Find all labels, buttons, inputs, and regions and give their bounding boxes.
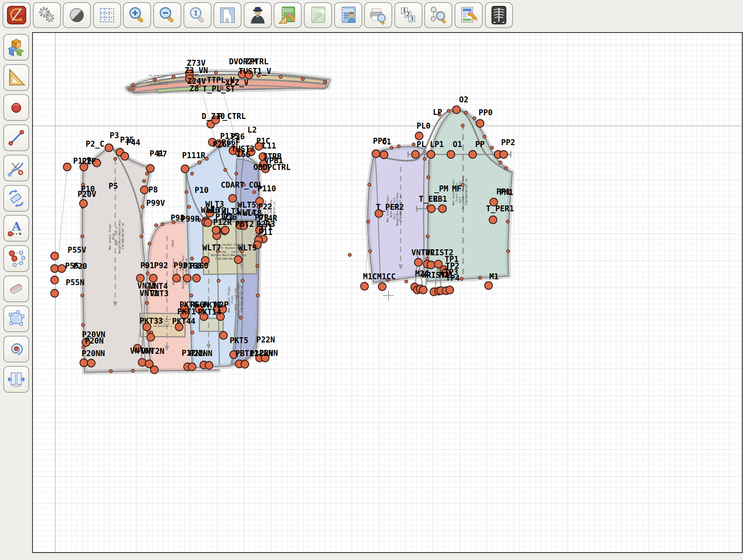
pattern-point[interactable] <box>147 334 155 341</box>
pattern-point[interactable] <box>446 286 454 294</box>
pattern-point[interactable] <box>439 205 446 213</box>
point-label[interactable]: _PM <box>434 184 448 193</box>
point-label[interactable]: LP1 <box>430 140 444 149</box>
pattern-point[interactable] <box>220 332 227 339</box>
point-label[interactable]: PKT14 <box>198 308 221 317</box>
settings-button[interactable] <box>33 2 61 28</box>
pattern-point-small[interactable] <box>198 161 201 164</box>
zoom-out-button[interactable] <box>153 2 181 28</box>
point-label[interactable]: PM1 <box>499 188 513 197</box>
point-label[interactable]: O2 <box>459 95 468 104</box>
point-label[interactable]: M1C <box>363 272 377 281</box>
pattern-point-small[interactable] <box>256 294 259 297</box>
pattern-point[interactable] <box>188 363 196 371</box>
pattern-point-small[interactable] <box>447 109 450 112</box>
point-label[interactable]: PP <box>475 140 485 149</box>
point-label[interactable]: Z3_VN <box>185 66 208 75</box>
pattern-point[interactable] <box>234 256 242 264</box>
point-label[interactable]: CDART_COL <box>221 181 263 189</box>
pattern-point-small[interactable] <box>397 145 400 148</box>
pattern-point[interactable] <box>453 106 460 114</box>
point-label[interactable]: L2 <box>247 126 257 134</box>
tailor-button[interactable] <box>244 2 272 28</box>
pattern-point[interactable] <box>485 282 493 290</box>
pattern-point[interactable] <box>58 265 66 273</box>
point-label[interactable]: PBT2 <box>235 220 254 229</box>
pattern-point[interactable] <box>137 274 144 282</box>
pattern-point[interactable] <box>361 283 369 290</box>
pattern-point[interactable] <box>427 261 435 269</box>
point-label[interactable]: P99V <box>146 199 165 208</box>
pattern-point-small[interactable] <box>131 83 134 86</box>
pattern-point[interactable] <box>372 150 380 158</box>
point-label[interactable]: P7 <box>158 150 167 158</box>
tool-line-button[interactable] <box>3 124 29 151</box>
point-label[interactable]: P20N <box>85 337 104 345</box>
pattern-point[interactable] <box>138 359 146 366</box>
pattern-point-small[interactable] <box>217 279 220 282</box>
pattern-point-small[interactable] <box>369 250 372 253</box>
pattern-point[interactable] <box>141 186 148 194</box>
pattern-point-small[interactable] <box>499 161 502 164</box>
pattern-point[interactable] <box>80 200 88 208</box>
pattern-point-small[interactable] <box>323 81 326 83</box>
zoom-original-button[interactable]: 1 <box>184 2 212 28</box>
pattern-point-small[interactable] <box>473 117 476 120</box>
pattern-point[interactable] <box>380 151 388 159</box>
grid-toggle-button[interactable] <box>93 2 121 28</box>
pattern-point-small[interactable] <box>191 331 194 334</box>
pattern-point-small[interactable] <box>507 250 510 253</box>
point-label[interactable]: P110 <box>257 184 276 193</box>
pattern-point-small[interactable] <box>426 257 429 260</box>
pattern-point-small[interactable] <box>148 242 151 245</box>
point-label[interactable]: P160 <box>190 262 209 270</box>
pattern-point[interactable] <box>88 359 95 367</box>
pattern-point-small[interactable] <box>301 78 304 81</box>
pattern-point[interactable] <box>415 132 423 140</box>
pattern-point[interactable] <box>145 360 153 368</box>
pattern-point-small[interactable] <box>506 220 509 223</box>
pattern-point[interactable] <box>222 226 229 234</box>
pattern-point-small[interactable] <box>479 276 482 279</box>
pattern-point[interactable] <box>147 165 154 173</box>
point-label[interactable]: WLT7 <box>202 243 221 252</box>
point-label[interactable]: VNT2N <box>141 347 164 356</box>
point-label[interactable]: PP2 <box>501 138 515 147</box>
app-logo-button[interactable] <box>3 2 31 28</box>
pattern-point[interactable] <box>427 151 435 158</box>
pattern-point[interactable] <box>500 151 508 158</box>
pattern-point-small[interactable] <box>185 191 188 194</box>
xray-button[interactable] <box>485 2 513 28</box>
pattern-point[interactable] <box>80 359 88 367</box>
pattern-point-small[interactable] <box>253 191 256 194</box>
point-label[interactable]: P_CTRL <box>218 112 246 121</box>
pattern-point[interactable] <box>447 151 455 158</box>
tool-blocks-button[interactable] <box>3 34 29 61</box>
pattern-point-small[interactable] <box>241 279 244 282</box>
pattern-point[interactable] <box>476 120 484 127</box>
pattern-point[interactable] <box>105 144 113 152</box>
pattern-point-small[interactable] <box>426 235 429 238</box>
pattern-point[interactable] <box>428 205 435 213</box>
point-label[interactable]: P5 <box>109 182 118 191</box>
pattern-point-small[interactable] <box>191 172 194 175</box>
point-label[interactable]: P22 <box>258 202 272 211</box>
point-label[interactable]: P55N <box>66 278 85 287</box>
tool-group-button[interactable] <box>3 245 29 272</box>
tool-point-button[interactable] <box>3 94 29 121</box>
tool-curve-cut-button[interactable] <box>3 155 29 181</box>
pattern-point[interactable] <box>412 151 420 158</box>
pattern-point-small[interactable] <box>82 324 85 327</box>
pattern-point[interactable] <box>150 274 157 282</box>
point-label[interactable]: ZPTRL <box>245 57 268 66</box>
pattern-point[interactable] <box>204 219 212 227</box>
pattern-point[interactable] <box>193 274 201 282</box>
point-label[interactable]: P2F <box>82 157 96 166</box>
point-label[interactable]: XPZ_V <box>225 78 249 87</box>
point-label[interactable]: P10 <box>195 186 209 195</box>
point-label[interactable]: ERB1 <box>428 195 447 204</box>
pattern-point-small[interactable] <box>145 172 148 175</box>
pattern-point-small[interactable] <box>412 143 415 146</box>
point-label[interactable]: P55V <box>68 246 86 255</box>
point-label[interactable]: P21NN <box>189 349 212 358</box>
